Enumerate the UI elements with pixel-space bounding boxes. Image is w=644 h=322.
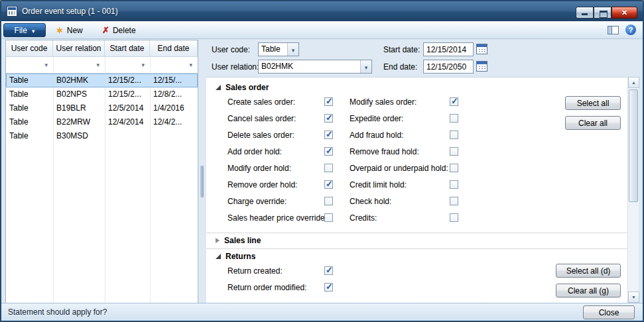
splitter-grip[interactable] <box>200 166 204 197</box>
table-row[interactable]: Table B22MRW 12/4/2014 12/4/2... <box>6 115 198 129</box>
filter-dropdown-icon[interactable] <box>44 62 48 68</box>
file-menu-button[interactable]: File <box>3 23 46 37</box>
filter-dropdown-icon[interactable] <box>189 62 192 68</box>
cell-user-code[interactable]: Table <box>6 101 53 115</box>
chevron-down-icon[interactable] <box>360 60 371 73</box>
table-row[interactable]: Table B02NPS 12/15/2... 12/8/2... <box>6 87 198 101</box>
table-row[interactable]: Table B30MSD <box>6 129 198 143</box>
sales-header-price-override-checkbox[interactable] <box>324 213 333 222</box>
detail-form-header: User code: Table User relation: B02HMK S… <box>206 40 630 77</box>
select-all-button[interactable]: Select all <box>565 96 621 110</box>
user-code-combobox[interactable]: Table <box>258 42 299 56</box>
remove-fraud-hold-label: Remove fraud hold: <box>350 146 419 157</box>
cell-user-relation[interactable]: B22MRW <box>53 115 105 129</box>
collapse-collapsed-icon[interactable] <box>216 238 220 243</box>
collapse-expanded-icon[interactable] <box>216 85 221 90</box>
table-row[interactable]: Table B02HMK 12/15/2... 12/15/... <box>6 74 198 87</box>
create-sales-order-checkbox[interactable] <box>324 97 333 106</box>
cell-user-relation[interactable]: B02NPS <box>53 87 105 101</box>
cell-end-date[interactable]: 1/4/2016 <box>150 101 198 115</box>
event-sections: Sales order Create sales order: Modify s… <box>206 77 630 303</box>
cell-end-date[interactable]: 12/4/2... <box>150 115 198 129</box>
file-menu-label: File <box>15 26 27 35</box>
select-all-d-button[interactable]: Select all (d) <box>556 264 621 278</box>
delete-sales-order-checkbox[interactable] <box>324 131 333 139</box>
new-button[interactable]: New <box>52 23 87 37</box>
cancel-sales-order-label: Cancel sales order: <box>227 113 296 124</box>
cell-start-date[interactable] <box>105 129 150 143</box>
cell-user-code[interactable]: Table <box>6 129 53 143</box>
cell-start-date[interactable]: 12/4/2014 <box>105 115 150 129</box>
collapse-expanded-icon[interactable] <box>216 254 221 259</box>
add-order-hold-checkbox[interactable] <box>324 147 333 156</box>
expedite-order-label: Expedite order: <box>350 113 403 124</box>
filter-dropdown-icon[interactable] <box>141 62 145 68</box>
column-header-end-date[interactable]: End date <box>150 40 198 57</box>
cell-end-date[interactable]: 12/8/2... <box>150 87 198 101</box>
cell-user-code[interactable]: Table <box>6 74 53 87</box>
credit-limit-hold-checkbox[interactable] <box>450 180 458 189</box>
return-order-modified-checkbox[interactable] <box>324 283 333 292</box>
filter-user-relation[interactable] <box>53 57 105 73</box>
scrollbar-thumb[interactable] <box>629 89 638 202</box>
help-icon[interactable]: ? <box>625 25 636 35</box>
title-bar[interactable]: Order event setup (1 - 001) <box>1 1 643 21</box>
chevron-down-icon[interactable] <box>287 43 298 56</box>
user-code-label: User code: <box>212 43 250 57</box>
section-sales-line[interactable]: Sales line <box>206 233 630 247</box>
filter-dropdown-icon[interactable] <box>96 62 99 68</box>
scroll-down-icon[interactable] <box>628 292 639 303</box>
cell-start-date[interactable]: 12/5/2014 <box>105 101 150 115</box>
minimize-button[interactable] <box>576 7 594 19</box>
cell-start-date[interactable]: 12/15/2... <box>105 74 150 87</box>
cell-user-code[interactable]: Table <box>6 87 53 101</box>
cell-end-date[interactable] <box>150 129 198 143</box>
calendar-icon[interactable] <box>476 44 487 54</box>
table-row[interactable]: Table B19BLR 12/5/2014 1/4/2016 <box>6 101 198 115</box>
scroll-up-icon[interactable] <box>628 77 639 88</box>
clear-all-button[interactable]: Clear all <box>565 116 621 130</box>
end-date-input[interactable] <box>423 60 474 74</box>
cell-user-relation[interactable]: B19BLR <box>53 101 105 115</box>
column-header-start-date[interactable]: Start date <box>105 40 150 57</box>
expedite-order-checkbox[interactable] <box>450 114 458 123</box>
user-relation-combobox[interactable]: B02HMK <box>258 60 372 74</box>
vertical-scrollbar[interactable] <box>627 77 639 303</box>
start-date-input[interactable] <box>423 42 474 56</box>
charge-override-checkbox[interactable] <box>324 197 333 205</box>
filter-user-code[interactable] <box>6 57 53 73</box>
panel-splitter[interactable] <box>200 40 205 303</box>
remove-order-hold-checkbox[interactable] <box>324 180 333 189</box>
cancel-sales-order-checkbox[interactable] <box>324 114 333 123</box>
section-sales-order[interactable]: Sales order <box>206 80 630 95</box>
modify-order-hold-checkbox[interactable] <box>324 164 333 172</box>
close-button[interactable]: Close <box>583 305 635 319</box>
cell-user-code[interactable]: Table <box>6 115 53 129</box>
delete-button[interactable]: Delete <box>98 23 140 37</box>
filter-end-date[interactable] <box>150 57 198 73</box>
remove-fraud-hold-checkbox[interactable] <box>450 147 458 156</box>
create-sales-order-label: Create sales order: <box>227 97 295 107</box>
credit-limit-hold-label: Credit limit hold: <box>350 180 407 190</box>
cell-user-relation[interactable]: B30MSD <box>53 129 105 143</box>
column-header-user-relation[interactable]: User relation <box>53 40 105 57</box>
column-header-user-code[interactable]: User code <box>6 40 53 57</box>
return-created-checkbox[interactable] <box>324 266 333 275</box>
layout-pane-icon[interactable] <box>608 26 619 34</box>
filter-start-date[interactable] <box>105 57 150 73</box>
calendar-icon[interactable] <box>476 61 487 72</box>
credits-checkbox[interactable] <box>450 213 458 222</box>
modify-sales-order-checkbox[interactable] <box>450 97 458 106</box>
cell-start-date[interactable]: 12/15/2... <box>105 87 150 101</box>
check-hold-checkbox[interactable] <box>450 197 458 205</box>
maximize-button[interactable] <box>594 7 612 19</box>
overpaid-underpaid-hold-checkbox[interactable] <box>450 164 458 172</box>
window-title: Order event setup (1 - 001) <box>22 7 118 16</box>
grid-header-row: User code User relation Start date End d… <box>6 40 198 57</box>
section-returns[interactable]: Returns <box>206 248 630 263</box>
cell-end-date[interactable]: 12/15/... <box>150 74 198 87</box>
cell-user-relation[interactable]: B02HMK <box>53 74 105 87</box>
clear-all-g-button[interactable]: Clear all (g) <box>556 284 621 297</box>
close-window-button[interactable] <box>612 7 637 19</box>
add-fraud-hold-checkbox[interactable] <box>450 131 458 139</box>
